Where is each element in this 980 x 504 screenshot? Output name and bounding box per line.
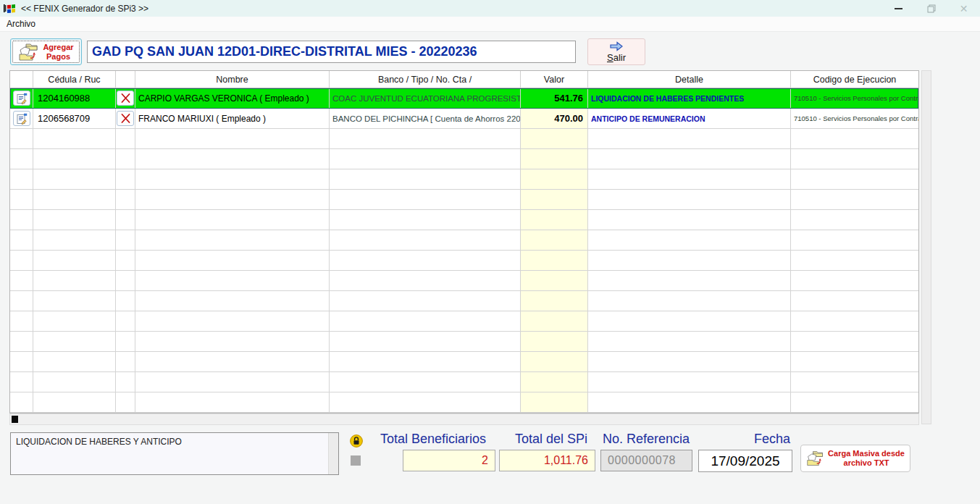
menubar: Archivo	[0, 17, 980, 32]
banco-cell	[330, 271, 521, 291]
edit-cell	[10, 311, 33, 332]
detalle-cell	[588, 149, 791, 169]
header-nombre[interactable]: Nombre	[135, 71, 330, 88]
delete-payment-button[interactable]	[117, 91, 134, 106]
cedula-cell	[33, 230, 116, 251]
cedula-cell	[33, 352, 116, 372]
edit-cell	[10, 251, 33, 271]
restore-button[interactable]	[915, 0, 947, 17]
salir-button[interactable]: Salir	[587, 38, 645, 65]
empty-row[interactable]	[10, 149, 918, 169]
header-banco[interactable]: Banco / Tipo / No. Cta /	[330, 71, 521, 88]
cedula-cell	[33, 372, 116, 392]
delete-cell	[116, 109, 135, 129]
codigo-cell	[791, 352, 918, 372]
codigo-cell	[791, 332, 918, 352]
empty-row[interactable]	[10, 190, 918, 210]
empty-row[interactable]	[10, 169, 918, 190]
empty-row[interactable]	[10, 311, 918, 332]
empty-row[interactable]	[10, 372, 918, 392]
valor-cell	[521, 332, 588, 352]
cedula-cell	[33, 392, 116, 413]
empty-row[interactable]	[10, 271, 918, 291]
valor-cell	[521, 251, 588, 271]
fecha-input[interactable]	[698, 450, 792, 472]
grid-header: Cédula / Ruc Nombre Banco / Tipo / No. C…	[10, 71, 918, 88]
detalle-cell	[588, 251, 791, 271]
edit-payment-button[interactable]	[13, 91, 30, 106]
carga-masiva-label: Carga Masiva desde archivo TXT	[828, 449, 905, 467]
header-valor[interactable]: Valor	[521, 71, 588, 88]
banco-cell	[330, 392, 521, 413]
edit-cell	[10, 230, 33, 251]
empty-row[interactable]	[10, 352, 918, 372]
delete-x-icon	[120, 113, 131, 124]
exit-arrow-icon	[609, 41, 624, 51]
cedula-cell	[33, 210, 116, 230]
empty-row[interactable]	[10, 251, 918, 271]
payment-row[interactable]: 1204160988 CARPIO VARGAS VERONICA ( Empl…	[10, 88, 918, 109]
edit-cell	[10, 372, 33, 392]
valor-cell	[521, 392, 588, 413]
no-referencia-value: 0000000078	[600, 450, 692, 471]
titlebar: << FENIX Generador de SPi3 >> ✕	[0, 0, 980, 17]
payment-row[interactable]: 1206568709 FRANCO MARIUXI ( Empleado )BA…	[10, 109, 918, 129]
codigo-cell	[791, 210, 918, 230]
total-spi-label: Total del SPi	[507, 432, 595, 448]
cedula-cell	[33, 169, 116, 190]
minimize-button[interactable]	[882, 0, 915, 17]
empty-row[interactable]	[10, 332, 918, 352]
banco-cell	[330, 149, 521, 169]
agregar-pagos-button[interactable]: Agregar Pagos	[10, 38, 82, 65]
valor-cell	[521, 169, 588, 190]
delete-payment-button[interactable]	[117, 111, 134, 126]
cedula-cell	[33, 149, 116, 169]
empty-row[interactable]	[10, 210, 918, 230]
empty-row[interactable]	[10, 129, 918, 149]
detalle-cell: ANTICIPO DE REMUNERACION	[588, 109, 791, 129]
cedula-cell	[33, 271, 116, 291]
menu-archivo[interactable]: Archivo	[0, 17, 42, 31]
grid-body: 1204160988 CARPIO VARGAS VERONICA ( Empl…	[10, 88, 918, 413]
empty-row[interactable]	[10, 291, 918, 311]
banco-cell: BANCO DEL PICHINCHA [ Cuenta de Ahorros …	[330, 109, 521, 129]
empty-row[interactable]	[10, 392, 918, 413]
header-codigo[interactable]: Codigo de Ejecucion	[791, 71, 918, 88]
close-button[interactable]: ✕	[947, 0, 980, 17]
nombre-cell	[135, 230, 330, 251]
grid-vertical-scrollbar[interactable]	[921, 70, 931, 424]
empty-row[interactable]	[10, 230, 918, 251]
total-beneficiarios-value: 2	[403, 450, 495, 471]
delete-cell	[116, 169, 135, 190]
codigo-cell	[791, 271, 918, 291]
detalle-cell	[588, 392, 791, 413]
banco-cell	[330, 311, 521, 332]
lock-icon[interactable]	[350, 434, 363, 448]
detalle-cell	[588, 129, 791, 149]
edit-payment-button[interactable]	[13, 111, 30, 126]
carga-masiva-button[interactable]: Carga Masiva desde archivo TXT	[800, 445, 910, 472]
cedula-cell	[33, 129, 116, 149]
banco-cell	[330, 129, 521, 149]
payments-grid: Cédula / Ruc Nombre Banco / Tipo / No. C…	[9, 70, 919, 413]
descripcion-textarea[interactable]: LIQUIDACION DE HABERES Y ANTICIPO	[10, 432, 339, 475]
edit-cell	[10, 332, 33, 352]
hscroll-thumb[interactable]	[12, 416, 18, 423]
codigo-cell: 710510 - Servicios Personales por Contra…	[791, 88, 918, 109]
detalle-cell: LIQUIDACION DE HABERES PENDIENTES	[588, 88, 791, 109]
grid-horizontal-scrollbar[interactable]	[9, 413, 919, 425]
grey-indicator-button[interactable]	[351, 455, 361, 466]
folders-load-icon	[806, 449, 825, 468]
detalle-cell	[588, 291, 791, 311]
codigo-cell	[791, 311, 918, 332]
codigo-cell	[791, 169, 918, 190]
delete-cell	[116, 392, 135, 413]
descripcion-scrollbar[interactable]	[328, 433, 338, 474]
nombre-cell	[135, 251, 330, 271]
header-detalle[interactable]: Detalle	[588, 71, 791, 88]
banco-cell	[330, 190, 521, 210]
header-edit-col	[10, 71, 33, 88]
header-cedula[interactable]: Cédula / Ruc	[33, 71, 116, 88]
delete-cell	[116, 251, 135, 271]
beneficiario-nombre-input[interactable]	[87, 41, 576, 63]
